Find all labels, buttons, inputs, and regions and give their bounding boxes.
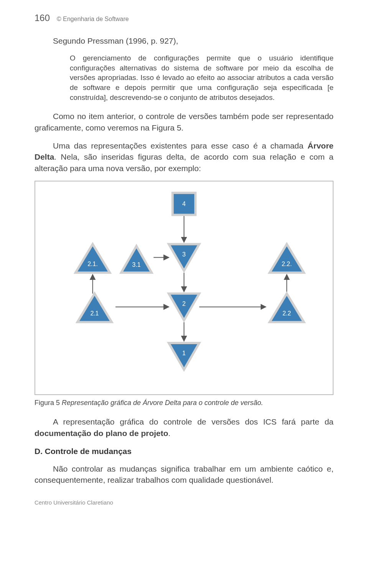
node-3-label: 3 <box>182 251 186 258</box>
p3-part-c: . <box>168 429 171 438</box>
quote-intro: Segundo Pressman (1996, p. 927), <box>34 35 334 46</box>
p3-part-a: A representação gráfica do controle de v… <box>53 417 334 426</box>
figure-caption-text: Representação gráfica de Árvore Delta pa… <box>62 399 263 407</box>
diagram-svg: 4 3 2 1 2.1. 3.1 2.2. 2.1 2.2 <box>35 181 333 394</box>
quote-body: O gerenciamento de configurações permite… <box>70 53 334 102</box>
node-21a-triangle <box>76 244 110 273</box>
running-title: © Engenharia de Software <box>57 15 129 23</box>
figure-number: Figura 5 <box>34 399 62 407</box>
node-22a-label: 2.2. <box>282 261 292 267</box>
footer-text: Centro Universitário Claretiano <box>34 498 334 506</box>
node-21b-triangle <box>77 294 112 322</box>
node-21a-label: 2.1. <box>87 261 97 267</box>
paragraph-4: Não controlar as mudanças significa trab… <box>34 463 334 486</box>
node-21b-label: 2.1 <box>90 310 99 317</box>
paragraph-3: A representação gráfica do controle de v… <box>34 416 334 439</box>
node-22a-triangle <box>269 244 304 273</box>
figure-caption: Figura 5 Representação gráfica de Árvore… <box>34 398 334 408</box>
page-header: 160 © Engenharia de Software <box>34 11 334 24</box>
term-documentacao: documentação do plano de projeto <box>34 429 168 438</box>
page-number: 160 <box>34 11 50 24</box>
delta-tree-diagram: 4 3 2 1 2.1. 3.1 2.2. 2.1 2.2 <box>34 181 334 395</box>
paragraph-2: Uma das representações existentes para e… <box>34 140 334 174</box>
p2-part-a: Uma das representações existentes para e… <box>53 141 307 150</box>
node-1-label: 1 <box>182 350 186 356</box>
node-31-triangle <box>121 246 151 273</box>
node-22b-triangle <box>269 294 304 322</box>
node-31-label: 3.1 <box>132 261 141 268</box>
node-2-label: 2 <box>182 301 186 307</box>
p2-part-c: . Nela, são inseridas figuras delta, de … <box>34 152 334 172</box>
node-4-label: 4 <box>182 201 186 207</box>
section-heading-d: D. Controle de mudanças <box>34 446 334 457</box>
node-22b-label: 2.2 <box>283 310 291 317</box>
paragraph-1: Como no item anterior, o controle de ver… <box>34 111 334 133</box>
